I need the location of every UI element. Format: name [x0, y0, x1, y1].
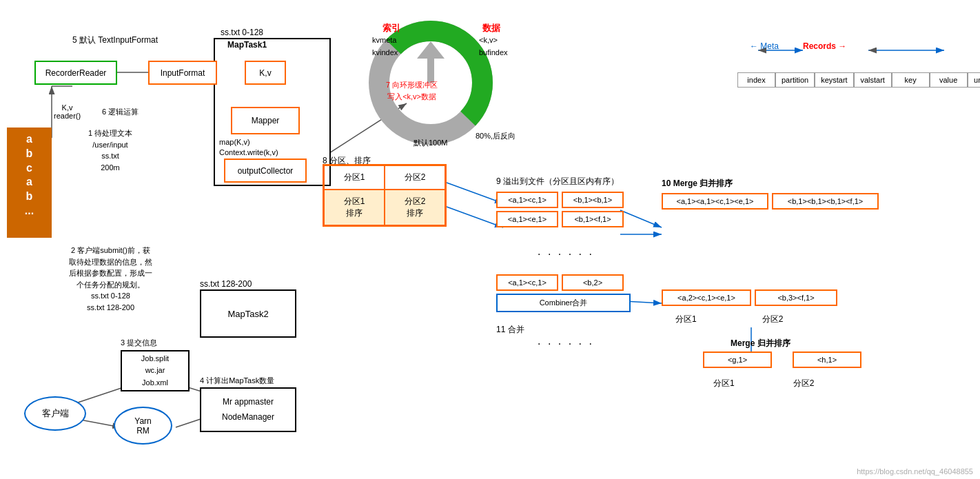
meta-key: key — [892, 72, 930, 88]
merge-bottom-p2: 分区2 — [762, 314, 784, 325]
meta-partition: partition — [775, 72, 815, 88]
partition2sort-cell: 分区2排序 — [385, 190, 445, 225]
default-format-label: 5 默认 TextInputFormat — [72, 34, 158, 46]
jobsplit-label: Job.splitwc.jarJob.xml — [141, 353, 169, 389]
final-group: <g,1> <h,1> — [703, 351, 861, 368]
data-label: 数据 — [482, 22, 500, 34]
outputcollector-box: outputCollector — [224, 159, 307, 183]
file-info-label: 1 待处理文本/user/inputss.txt200m — [55, 128, 165, 173]
kv-data-label: <k,v> — [479, 36, 498, 44]
spill-top-group: <a,1><c,1> <b,1><b,1> <a,1><e,1> <b,1><f… — [496, 192, 624, 230]
index-label: 索引 — [382, 22, 400, 34]
default-buf-label: 默认100M — [414, 138, 448, 148]
final-box2: <h,1> — [793, 351, 861, 368]
inputformat-box: InputFormat — [148, 61, 217, 85]
file-a2: a — [26, 175, 32, 190]
diagram: 5 默认 TextInputFormat ss.txt 0-128 MapTas… — [0, 0, 980, 479]
spill2-r1c2: <b,2> — [562, 274, 624, 291]
bufindex-label: bufindex — [479, 48, 508, 57]
client-ellipse: 客户端 — [24, 396, 86, 431]
spill-r2c2: <b,1><f,1> — [562, 211, 624, 227]
meta-unsued: unsued — [968, 72, 980, 88]
svg-line-18 — [447, 207, 503, 227]
combiner-box: Combiner合并 — [496, 294, 631, 312]
yarn-label: YarnRM — [134, 416, 151, 436]
file-dots: ... — [25, 204, 34, 218]
records-arrow-label: Records → — [803, 41, 846, 51]
recorderreader-label: RecorderReader — [45, 68, 107, 78]
spill-label: 9 溢出到文件（分区且区内有序） — [496, 176, 619, 187]
partition-row2: 分区1排序 分区2排序 — [324, 190, 445, 225]
final-partition-labels: 分区1 分区2 — [703, 378, 814, 389]
mapkv-label: map(K,v) — [219, 138, 250, 146]
kv-reader-label: K,vreader() — [54, 103, 81, 120]
meta-valstart: valstart — [854, 72, 892, 88]
submit-info-label: 3 提交信息 — [121, 338, 157, 348]
meta-records-table: index partition keystart valstart key va… — [737, 72, 980, 88]
dots2: · · · · · · — [538, 338, 594, 350]
partition-row1: 分区1 分区2 — [324, 165, 445, 190]
merge10-label: 10 Merge 归并排序 — [662, 178, 733, 190]
maptask2-label: MapTask2 — [227, 309, 268, 319]
kvmeta-label: kvmeta — [372, 36, 396, 44]
merge11-label: 11 合并 — [496, 324, 524, 336]
client-submit-label: 2 客户端submit()前，获取待处理数据的信息，然后根据参数配置，形成一个任… — [54, 245, 167, 313]
kv-label: K,v — [259, 68, 271, 78]
partition1-cell: 分区1 — [324, 165, 385, 190]
file-list-box: a b c a b ... — [7, 128, 52, 238]
recorderreader-box: RecorderReader — [34, 61, 117, 85]
meta-value: value — [930, 72, 968, 88]
maptask2-box: MapTask2 — [200, 289, 296, 338]
meta-row: index partition keystart valstart key va… — [737, 72, 980, 88]
spill-r1c2: <b,1><b,1> — [562, 192, 624, 208]
merge-final-label: Merge 归并排序 — [731, 338, 790, 349]
partition-grid: 分区1 分区2 分区1排序 分区2排序 — [323, 164, 447, 227]
mapper-label: Mapper — [252, 116, 280, 125]
file-b2: b — [26, 190, 33, 204]
merge-result2: <b,1><b,1><b,1><f,1> — [772, 193, 879, 210]
merge-bottom-labels: 分区1 分区2 — [662, 314, 769, 325]
file-c: c — [26, 161, 32, 176]
inputformat-label: InputFormat — [161, 68, 205, 78]
merge-result-top: <a,1><a,1><c,1><e,1> <b,1><b,1><b,1><f,1… — [662, 193, 879, 210]
merge-result1: <a,1><a,1><c,1><e,1> — [662, 193, 768, 210]
merge-bottom1: <a,2><c,1><e,1> — [662, 289, 751, 306]
svg-line-17 — [447, 183, 503, 203]
maptask1-label: MapTask1 — [227, 40, 267, 50]
appmaster-box: Mr appmasterNodeManager — [200, 387, 296, 432]
percent80-label: 80%,后反向 — [476, 131, 515, 141]
outputcollector-label: outputCollector — [238, 166, 294, 176]
client-label: 客户端 — [42, 407, 69, 420]
spill-bottom-group: <a,1><c,1> <b,2> Combiner合并 — [496, 274, 631, 312]
calc-maptask-label: 4 计算出MapTask数量 — [200, 376, 274, 386]
kv-box: K,v — [245, 61, 286, 85]
sstxt128-label: ss.txt 128-200 — [200, 279, 252, 289]
mapper-box: Mapper — [231, 107, 300, 134]
kvindex-label: kvindex — [372, 48, 398, 57]
file-a: a — [26, 132, 32, 147]
final-p1: 分区1 — [713, 378, 735, 389]
spill-r2c1: <a,1><e,1> — [496, 211, 558, 227]
merge-bottom2: <b,3><f,1> — [755, 289, 837, 306]
write-circular-label: 7 向环形缓冲区写入<k,v>数据 — [386, 79, 438, 102]
meta-arrow-label: ← Meta — [750, 41, 779, 51]
partition1sort-cell: 分区1排序 — [324, 190, 385, 225]
final-p2: 分区2 — [793, 378, 815, 389]
spill2-r1c1: <a,1><c,1> — [496, 274, 558, 291]
partition2-cell: 分区2 — [385, 165, 445, 190]
meta-index: index — [737, 72, 775, 88]
yarn-ellipse: YarnRM — [114, 407, 172, 445]
dots1: · · · · · · — [538, 248, 594, 261]
final-box1: <g,1> — [703, 351, 772, 368]
appmaster-label: Mr appmasterNodeManager — [222, 395, 274, 425]
svg-line-19 — [620, 210, 662, 227]
sstxt-label: ss.txt 0-128 — [221, 28, 263, 37]
meta-keystart: keystart — [815, 72, 854, 88]
watermark: https://blog.csdn.net/qq_46048855 — [857, 467, 973, 476]
spill-r1c1: <a,1><c,1> — [496, 192, 558, 208]
jobsplit-box: Job.splitwc.jarJob.xml — [121, 350, 190, 391]
logic-op-label: 6 逻辑运算 — [102, 107, 139, 117]
merge-bottom-p1: 分区1 — [675, 314, 697, 325]
file-b: b — [26, 147, 33, 161]
contextwrite-label: Context.write(k,v) — [219, 148, 278, 156]
